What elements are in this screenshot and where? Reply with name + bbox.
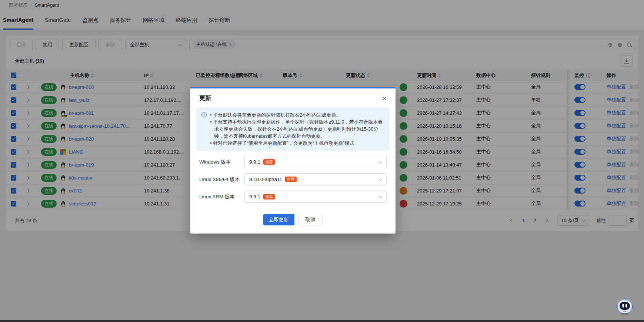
modal-notes-list: 平台默认会将需要更新的探针随机打散在2小时内完成更新。平台支持手动执行立即更新操… <box>210 111 384 147</box>
modal-info-alert: i 平台默认会将需要更新的探针随机打散在2小时内完成更新。平台支持手动执行立即更… <box>196 107 390 151</box>
version-select[interactable]: 9.10.0-alpha11推荐 <box>244 173 387 185</box>
version-field-row: Linux X86/64 版本9.10.0-alpha11推荐 <box>199 173 387 185</box>
version-field-row: Linux ARM 版本9.9.1推荐 <box>199 191 387 203</box>
modal-note: 平台默认会将需要更新的探针随机打散在2小时内完成更新。 <box>210 111 384 118</box>
modal-header: 更新 × <box>196 88 390 107</box>
modal-form: Windows 版本9.9.1推荐Linux X86/64 版本9.10.0-a… <box>196 156 390 203</box>
recommended-badge: 推荐 <box>263 159 275 165</box>
modal-note: 平台支持手动执行立即更新操作，单个探针（探针版本≥9.11.0，若不符合版本要求… <box>210 118 384 140</box>
modal-note: 针对已经选择了“使用全局更新配置”，会更改为“主机自动更新”模式 <box>210 140 384 147</box>
update-modal: 更新 × i 平台默认会将需要更新的探针随机打散在2小时内完成更新。平台支持手动… <box>190 87 396 234</box>
modal-footer: 立即更新 取消 <box>196 203 390 234</box>
recommended-badge: 推荐 <box>263 194 275 199</box>
version-field-label: Linux ARM 版本 <box>199 194 244 200</box>
modal-title: 更新 <box>199 94 211 102</box>
version-value: 9.9.1 <box>249 194 260 199</box>
info-icon: i <box>201 112 207 117</box>
cancel-button[interactable]: 取消 <box>298 214 323 225</box>
version-select[interactable]: 9.9.1推荐 <box>244 191 387 203</box>
version-field-row: Windows 版本9.9.1推荐 <box>199 156 387 168</box>
version-field-label: Windows 版本 <box>199 159 244 165</box>
version-field-label: Linux X86/64 版本 <box>199 176 244 183</box>
version-select[interactable]: 9.9.1推荐 <box>244 156 387 168</box>
page: 部署状态 / SmartAgent SmartAgentSmartGate监测点… <box>0 0 644 322</box>
recommended-badge: 推荐 <box>285 177 297 182</box>
chevron-down-icon <box>379 177 383 181</box>
chevron-down-icon <box>379 160 383 163</box>
assistant-robot-icon[interactable] <box>616 297 634 315</box>
version-value: 9.10.0-alpha11 <box>249 177 282 182</box>
chevron-down-icon <box>379 194 383 198</box>
update-now-button[interactable]: 立即更新 <box>263 214 294 225</box>
modal-close-icon[interactable]: × <box>382 95 387 102</box>
version-value: 9.9.1 <box>249 159 260 165</box>
